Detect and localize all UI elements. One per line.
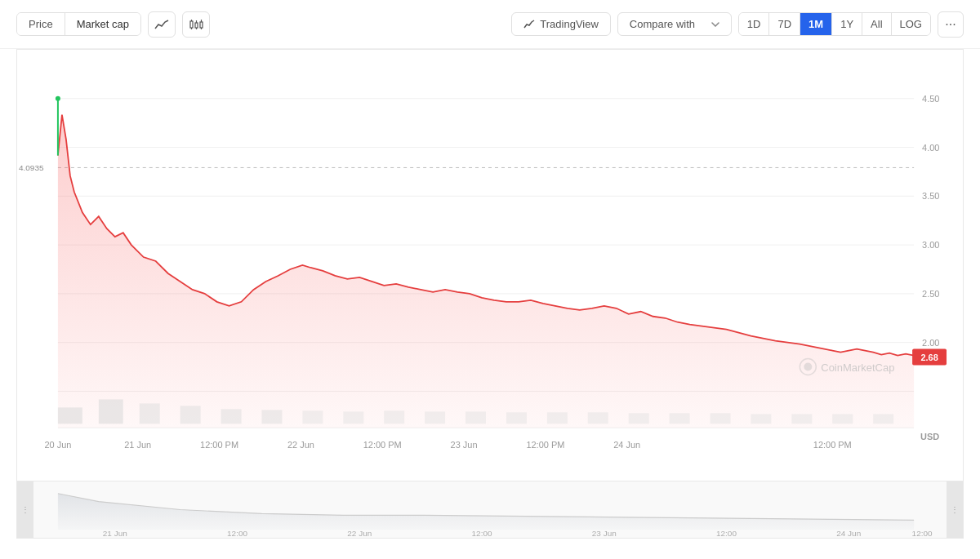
svg-rect-25 xyxy=(261,410,282,424)
compare-with-label: Compare with xyxy=(630,18,695,30)
market-cap-tab[interactable]: Market cap xyxy=(65,13,140,35)
svg-point-19 xyxy=(56,96,60,101)
svg-rect-6 xyxy=(200,22,203,28)
svg-rect-0 xyxy=(190,21,193,28)
svg-rect-24 xyxy=(221,409,242,424)
mini-chart: 21 Jun 12:00 22 Jun 12:00 23 Jun 12:00 2… xyxy=(16,481,964,539)
svg-text:3.50: 3.50 xyxy=(922,191,939,201)
view-toggle-group: Price Market cap xyxy=(16,12,141,36)
svg-text:21 Jun: 21 Jun xyxy=(124,440,151,450)
svg-rect-33 xyxy=(588,412,608,424)
svg-text:24 Jun: 24 Jun xyxy=(836,529,861,538)
svg-text:2.00: 2.00 xyxy=(922,338,939,348)
svg-text:4.0935: 4.0935 xyxy=(19,163,44,172)
main-chart: 4.50 4.00 3.50 3.00 2.50 2.00 4.0935 20 … xyxy=(16,49,964,481)
more-options-button[interactable]: ··· xyxy=(938,11,964,38)
svg-rect-40 xyxy=(873,414,893,424)
time-1y-button[interactable]: 1Y xyxy=(832,13,862,35)
line-chart-icon-btn[interactable] xyxy=(148,11,176,38)
svg-text:24 Jun: 24 Jun xyxy=(613,440,640,450)
time-7d-button[interactable]: 7D xyxy=(769,13,800,35)
tradingview-button[interactable]: TradingView xyxy=(511,12,611,36)
svg-text:12:00 PM: 12:00 PM xyxy=(200,440,238,450)
svg-text:23 Jun: 23 Jun xyxy=(451,440,478,450)
chevron-down-icon xyxy=(711,22,719,27)
svg-rect-31 xyxy=(506,412,527,424)
svg-text:USD: USD xyxy=(920,432,939,441)
svg-text:3.00: 3.00 xyxy=(922,240,939,250)
candlestick-icon-btn[interactable] xyxy=(182,11,210,38)
svg-rect-35 xyxy=(670,413,690,424)
svg-rect-34 xyxy=(629,413,649,424)
svg-text:4.00: 4.00 xyxy=(922,143,939,153)
svg-rect-21 xyxy=(99,399,123,424)
svg-rect-26 xyxy=(302,410,323,424)
svg-rect-27 xyxy=(343,411,363,424)
svg-rect-32 xyxy=(547,412,568,424)
svg-text:CoinMarketCap: CoinMarketCap xyxy=(821,362,894,374)
svg-point-59 xyxy=(804,363,812,371)
svg-rect-28 xyxy=(384,410,404,424)
mini-chart-left-handle[interactable]: ⋮ xyxy=(17,481,33,538)
time-all-button[interactable]: All xyxy=(862,13,891,35)
svg-text:22 Jun: 22 Jun xyxy=(347,529,372,538)
svg-text:12:00: 12:00 xyxy=(227,529,247,538)
svg-text:12:00: 12:00 xyxy=(472,529,492,538)
svg-rect-20 xyxy=(58,407,82,424)
svg-text:12:00: 12:00 xyxy=(716,529,737,538)
svg-rect-36 xyxy=(710,413,731,424)
time-range-group: 1D 7D 1M 1Y All LOG xyxy=(738,12,931,36)
svg-text:12:00: 12:00 xyxy=(912,529,933,538)
mini-chart-right-handle[interactable]: ⋮ xyxy=(947,481,963,538)
time-1m-button[interactable]: 1M xyxy=(800,13,832,35)
svg-rect-39 xyxy=(832,414,853,424)
price-tab[interactable]: Price xyxy=(17,13,65,35)
more-icon: ··· xyxy=(945,17,956,32)
svg-rect-37 xyxy=(751,414,771,424)
svg-text:20 Jun: 20 Jun xyxy=(44,440,71,450)
tradingview-label: TradingView xyxy=(540,18,599,30)
svg-text:12:00 PM: 12:00 PM xyxy=(526,440,564,450)
time-1d-button[interactable]: 1D xyxy=(739,13,770,35)
toolbar: Price Market cap TradingView Compare wit… xyxy=(0,0,980,49)
svg-text:12:00 PM: 12:00 PM xyxy=(363,440,402,450)
svg-text:22 Jun: 22 Jun xyxy=(287,440,314,450)
svg-text:23 Jun: 23 Jun xyxy=(592,529,617,538)
svg-rect-3 xyxy=(195,23,198,28)
svg-rect-30 xyxy=(466,411,486,424)
svg-rect-38 xyxy=(791,414,812,424)
compare-with-button[interactable]: Compare with xyxy=(617,12,732,36)
svg-text:2.50: 2.50 xyxy=(922,289,939,299)
svg-text:2.68: 2.68 xyxy=(920,353,938,362)
svg-text:12:00 PM: 12:00 PM xyxy=(813,440,852,450)
svg-rect-22 xyxy=(140,403,160,424)
svg-rect-23 xyxy=(180,406,201,424)
svg-text:4.50: 4.50 xyxy=(922,94,939,104)
svg-text:21 Jun: 21 Jun xyxy=(103,529,127,538)
svg-rect-29 xyxy=(425,411,445,424)
time-log-button[interactable]: LOG xyxy=(892,13,930,35)
